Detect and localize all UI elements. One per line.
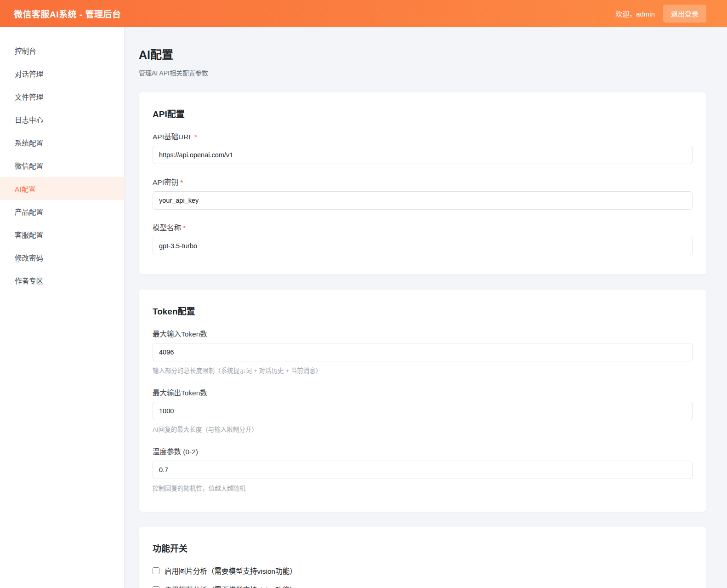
sidebar-item-product-config[interactable]: 产品配置 (0, 200, 124, 223)
temperature-input[interactable] (153, 461, 693, 479)
sidebar-item-ai-config[interactable]: AI配置 (0, 177, 124, 200)
max-output-tokens-label: 最大输出Token数 (153, 387, 693, 397)
api-base-url-input[interactable] (153, 146, 693, 164)
logout-button[interactable]: 退出登录 (663, 5, 706, 23)
enable-video-analysis-row: 启用视频分析（需要模型支持vision功能） (153, 584, 693, 588)
sidebar-item-wechat-config[interactable]: 微信配置 (0, 154, 124, 177)
temperature-label: 温度参数 (0-2) (153, 446, 693, 456)
app-title: 微信客服AI系统 - 管理后台 (14, 7, 121, 20)
max-input-tokens-input[interactable] (153, 343, 693, 361)
max-output-tokens-helper: AI回复的最大长度（与输入限制分开） (153, 424, 693, 434)
api-base-url-label-text: API基础URL (153, 133, 193, 141)
main-content: AI配置 管理AI API相关配置参数 API配置 API基础URL* API密… (124, 27, 727, 588)
sidebar-item-system-config[interactable]: 系统配置 (0, 131, 124, 154)
app-header: 微信客服AI系统 - 管理后台 欢迎，admin 退出登录 (0, 0, 727, 27)
max-input-tokens-group: 最大输入Token数 输入部分的总长度限制（系统提示词 + 对话历史 + 当前消… (153, 328, 693, 375)
sidebar-item-logs[interactable]: 日志中心 (0, 108, 124, 131)
enable-image-analysis-checkbox[interactable] (153, 567, 159, 574)
model-name-input[interactable] (153, 237, 693, 255)
temperature-helper: 控制回复的随机性，值越大越随机 (153, 483, 693, 492)
api-base-url-group: API基础URL* (153, 131, 693, 164)
enable-image-analysis-row: 启用图片分析（需要模型支持vision功能） (153, 565, 693, 576)
api-config-heading: API配置 (153, 107, 693, 120)
api-key-group: API密钥* (153, 177, 693, 210)
sidebar-item-author-zone[interactable]: 作者专区 (0, 269, 124, 292)
enable-video-analysis-label[interactable]: 启用视频分析（需要模型支持vision功能） (165, 584, 297, 588)
required-asterisk: * (194, 133, 197, 141)
model-name-group: 模型名称* (153, 222, 693, 255)
api-base-url-label: API基础URL* (153, 131, 693, 141)
api-config-card: API配置 API基础URL* API密钥* 模型名称* (139, 92, 706, 274)
max-input-tokens-helper: 输入部分的总长度限制（系统提示词 + 对话历史 + 当前消息） (153, 365, 693, 375)
max-input-tokens-label: 最大输入Token数 (153, 328, 693, 338)
sidebar-item-console[interactable]: 控制台 (0, 39, 124, 62)
sidebar-item-conversations[interactable]: 对话管理 (0, 62, 124, 85)
model-name-label: 模型名称* (153, 222, 693, 232)
feature-switches-card: 功能开关 启用图片分析（需要模型支持vision功能） 启用视频分析（需要模型支… (139, 527, 706, 588)
required-asterisk: * (180, 178, 183, 186)
page-title: AI配置 (139, 46, 706, 62)
max-output-tokens-group: 最大输出Token数 AI回复的最大长度（与输入限制分开） (153, 387, 693, 434)
sidebar-item-service-config[interactable]: 客服配置 (0, 223, 124, 246)
sidebar-item-change-password[interactable]: 修改密码 (0, 246, 124, 269)
required-asterisk: * (183, 224, 186, 232)
token-config-card: Token配置 最大输入Token数 输入部分的总长度限制（系统提示词 + 对话… (139, 290, 706, 512)
api-key-label-text: API密钥 (153, 178, 178, 186)
max-output-tokens-input[interactable] (153, 402, 693, 420)
sidebar-nav: 控制台 对话管理 文件管理 日志中心 系统配置 微信配置 AI配置 产品配置 客… (0, 27, 124, 588)
temperature-group: 温度参数 (0-2) 控制回复的随机性，值越大越随机 (153, 446, 693, 492)
token-config-heading: Token配置 (153, 304, 693, 317)
enable-image-analysis-label[interactable]: 启用图片分析（需要模型支持vision功能） (165, 565, 297, 576)
model-name-label-text: 模型名称 (153, 224, 181, 232)
enable-video-analysis-checkbox[interactable] (153, 586, 159, 588)
feature-switches-heading: 功能开关 (153, 542, 693, 554)
sidebar-item-files[interactable]: 文件管理 (0, 85, 124, 108)
api-key-input[interactable] (153, 191, 693, 210)
welcome-text: 欢迎，admin (615, 9, 655, 18)
header-user-area: 欢迎，admin 退出登录 (615, 5, 713, 23)
api-key-label: API密钥* (153, 177, 693, 187)
page-subtitle: 管理AI API相关配置参数 (139, 68, 706, 77)
